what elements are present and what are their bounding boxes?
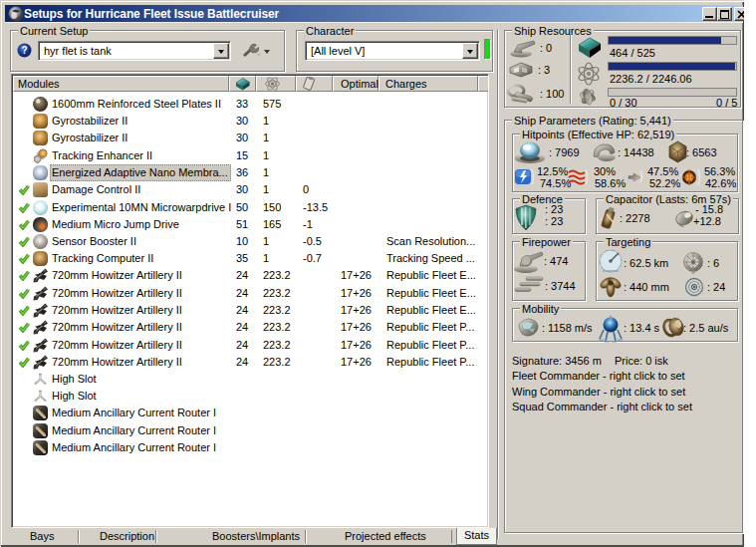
- svg-text:?: ?: [21, 45, 27, 56]
